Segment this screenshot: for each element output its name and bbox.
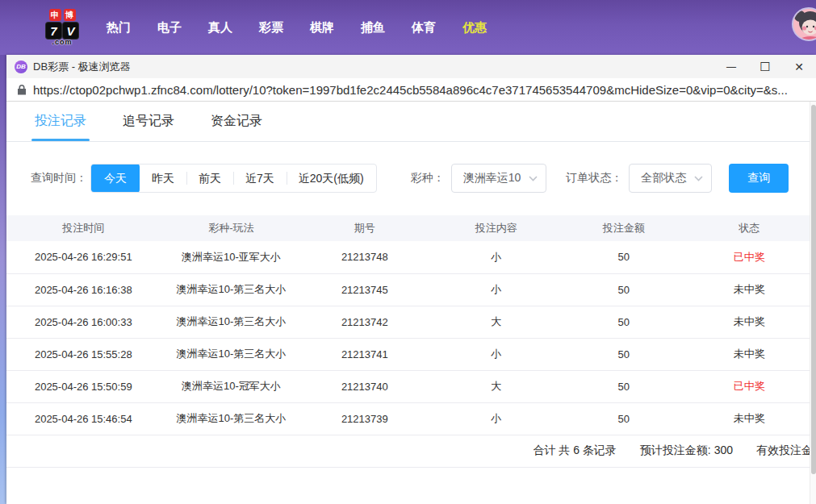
cell-issue: 21213745 — [302, 273, 427, 306]
nav-item-lottery[interactable]: 彩票 — [259, 20, 283, 35]
nav-item-slots[interactable]: 电子 — [157, 20, 182, 35]
time-range-group: 今天 昨天 前天 近7天 近20天(低频) — [90, 164, 377, 193]
window-title: DB彩票 - 极速浏览器 — [33, 60, 131, 74]
nav-item-cards[interactable]: 棋牌 — [310, 20, 334, 35]
vertical-scrollbar[interactable] — [810, 102, 816, 504]
nav-item-sports[interactable]: 体育 — [412, 20, 436, 35]
cell-content: 小 — [428, 241, 566, 273]
cell-play: 澳洲幸运10-第三名大小 — [161, 338, 303, 370]
cell-status: 已中奖 — [682, 241, 816, 273]
logo-suffix: .com — [52, 38, 72, 46]
cell-content: 小 — [428, 338, 566, 370]
url-bar[interactable]: https://ctop02pchwp1.zfnc84.com/lottery/… — [6, 78, 816, 102]
logo-badge-left: 申 — [49, 9, 61, 21]
cell-status: 未中奖 — [682, 273, 816, 306]
page-content: 投注记录 追号记录 资金记录 查询时间： 今天 昨天 前天 近7天 近20天(低… — [6, 102, 816, 504]
cell-time: 2025-04-26 15:55:28 — [6, 338, 161, 370]
table-row: 2025-04-26 15:46:54 澳洲幸运10-第三名大小 2121373… — [6, 402, 816, 435]
nav-item-live[interactable]: 真人 — [208, 20, 232, 35]
col-header-time: 投注时间 — [6, 215, 161, 241]
cell-amount: 50 — [565, 402, 682, 435]
url-text[interactable]: https://ctop02pchwp1.zfnc84.com/lottery/… — [33, 83, 788, 97]
lottery-select[interactable]: 澳洲幸运10 — [451, 164, 547, 193]
summary-valid: 有效投注金 — [756, 444, 813, 458]
chevron-down-icon — [529, 176, 538, 181]
cell-content: 小 — [428, 273, 566, 306]
status-select-value: 全部状态 — [641, 171, 686, 185]
order-status-select[interactable]: 全部状态 — [629, 164, 712, 193]
cell-time: 2025-04-26 15:50:59 — [6, 370, 161, 402]
maximize-button[interactable]: ☐ — [748, 55, 782, 78]
cell-content: 大 — [428, 370, 566, 402]
time-option-daybefore[interactable]: 前天 — [186, 165, 233, 192]
summary-total: 合计 共 6 条记录 — [533, 444, 616, 458]
table-row: 2025-04-26 15:50:59 澳洲幸运10-冠军大小 21213740… — [6, 370, 816, 402]
cell-play: 澳洲幸运10-第三名大小 — [161, 402, 303, 435]
cell-time: 2025-04-26 16:29:51 — [6, 241, 161, 273]
cell-content: 大 — [428, 306, 566, 338]
site-header: 申 博 7 V .com 热门 电子 真人 彩票 棋牌 捕鱼 体育 优惠 — [0, 0, 816, 55]
table-header-row: 投注时间 彩种-玩法 期号 投注内容 投注金额 状态 — [6, 215, 816, 241]
table-row: 2025-04-26 15:55:28 澳洲幸运10-第三名大小 2121374… — [6, 338, 816, 370]
search-button[interactable]: 查询 — [729, 164, 789, 193]
cell-status: 未中奖 — [682, 306, 816, 338]
site-nav: 热门 电子 真人 彩票 棋牌 捕鱼 体育 优惠 — [107, 20, 487, 35]
table-row: 2025-04-26 16:00:33 澳洲幸运10-第三名大小 2121374… — [6, 306, 816, 338]
cell-time: 2025-04-26 16:00:33 — [6, 306, 161, 338]
status-filter-label: 订单状态： — [566, 171, 622, 185]
cell-play: 澳洲幸运10-冠军大小 — [161, 370, 303, 402]
minimize-button[interactable]: — — [714, 55, 748, 78]
site-logo[interactable]: 申 博 7 V .com — [39, 9, 86, 46]
logo-tile-7: 7 — [46, 23, 61, 39]
cell-play: 澳洲幸运10-第三名大小 — [161, 273, 303, 306]
tab-fund-records[interactable]: 资金记录 — [211, 102, 262, 141]
time-option-yesterday[interactable]: 昨天 — [140, 165, 186, 192]
scrollbar-thumb[interactable] — [811, 105, 816, 474]
filter-bar: 查询时间： 今天 昨天 前天 近7天 近20天(低频) 彩种： 澳洲幸运10 订… — [31, 164, 816, 193]
nav-item-hot[interactable]: 热门 — [107, 20, 131, 35]
cell-issue: 21213748 — [302, 241, 427, 273]
cell-time: 2025-04-26 16:16:38 — [6, 273, 161, 306]
logo-tile-v: V — [63, 23, 78, 39]
cell-status: 已中奖 — [682, 370, 816, 402]
cell-amount: 50 — [565, 241, 682, 273]
col-header-issue: 期号 — [302, 215, 427, 241]
close-button[interactable]: ✕ — [782, 55, 816, 78]
table-row: 2025-04-26 16:16:38 澳洲幸运10-第三名大小 2121374… — [6, 273, 816, 306]
cell-amount: 50 — [565, 306, 682, 338]
page-background-strip — [0, 55, 6, 504]
avatar-girl-icon — [793, 9, 816, 41]
table-row: 2025-04-26 16:29:51 澳洲幸运10-亚军大小 21213748… — [6, 241, 816, 273]
col-header-amount: 投注金额 — [565, 215, 682, 241]
lottery-select-value: 澳洲幸运10 — [463, 171, 521, 185]
cell-play: 澳洲幸运10-亚军大小 — [161, 241, 303, 273]
record-tabs: 投注记录 追号记录 资金记录 — [6, 102, 816, 142]
summary-bar: 合计 共 6 条记录 预计投注金额: 300 有效投注金 — [6, 435, 816, 468]
cell-status: 未中奖 — [682, 338, 816, 370]
cell-amount: 50 — [565, 273, 682, 306]
logo-badge-right: 博 — [64, 9, 76, 21]
user-avatar[interactable] — [792, 7, 816, 41]
window-app-icon: DB — [15, 60, 27, 73]
cell-content: 小 — [428, 402, 566, 435]
cell-issue: 21213739 — [302, 402, 427, 435]
nav-item-promo[interactable]: 优惠 — [462, 20, 487, 35]
time-option-7days[interactable]: 近7天 — [233, 165, 287, 192]
col-header-status: 状态 — [682, 215, 816, 241]
tab-bet-records[interactable]: 投注记录 — [35, 102, 86, 141]
col-header-play: 彩种-玩法 — [161, 215, 303, 241]
cell-time: 2025-04-26 15:46:54 — [6, 402, 161, 435]
col-header-content: 投注内容 — [428, 215, 566, 241]
nav-item-fishing[interactable]: 捕鱼 — [361, 20, 385, 35]
lock-icon — [17, 84, 27, 95]
bet-records-table: 投注时间 彩种-玩法 期号 投注内容 投注金额 状态 2025-04-26 16… — [6, 215, 816, 435]
time-option-20days[interactable]: 近20天(低频) — [287, 165, 376, 192]
browser-window: DB DB彩票 - 极速浏览器 — ☐ ✕ https://ctop02pchw… — [6, 55, 816, 504]
window-titlebar[interactable]: DB DB彩票 - 极速浏览器 — ☐ ✕ — [6, 55, 816, 78]
cell-status: 未中奖 — [682, 402, 816, 435]
tab-chase-records[interactable]: 追号记录 — [123, 102, 174, 141]
time-option-today[interactable]: 今天 — [91, 164, 140, 193]
lottery-filter-label: 彩种： — [411, 171, 445, 185]
summary-expected: 预计投注金额: 300 — [640, 444, 733, 458]
cell-issue: 21213741 — [302, 338, 427, 370]
